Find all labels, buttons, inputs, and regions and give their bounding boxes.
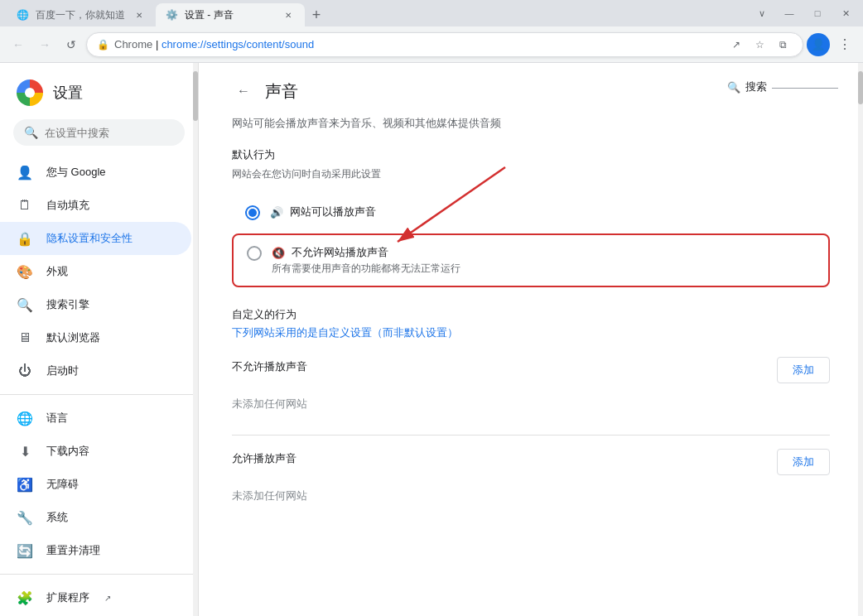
add-allow-sound-button[interactable]: 添加 bbox=[777, 449, 830, 475]
radio-content-allow: 🔊 网站可以播放声音 bbox=[270, 205, 817, 219]
settings-search-input[interactable] bbox=[45, 127, 184, 139]
new-tab-button[interactable]: + bbox=[305, 3, 328, 26]
sidebar-item-appearance[interactable]: 🎨 外观 bbox=[0, 255, 191, 288]
right-search-label: 搜索 bbox=[745, 79, 767, 94]
tab-close-1[interactable]: ✕ bbox=[133, 8, 146, 22]
accessibility-icon: ♿ bbox=[17, 477, 33, 493]
system-icon: 🔧 bbox=[17, 510, 33, 526]
custom-behavior-title: 自定义的行为 bbox=[232, 307, 830, 322]
sidebar-item-search[interactable]: 🔍 搜索引擎 bbox=[0, 288, 191, 321]
radio-option-allow[interactable]: 🔊 网站可以播放声音 bbox=[232, 195, 830, 230]
back-button[interactable]: ← bbox=[7, 33, 30, 56]
sidebar-item-language[interactable]: 🌐 语言 bbox=[0, 402, 191, 435]
sidebar-label-system: 系统 bbox=[46, 510, 68, 525]
radio-circle-allow bbox=[245, 205, 260, 220]
sidebar-item-autofill[interactable]: 🗒 自动填充 bbox=[0, 189, 191, 222]
block-sound-empty: 未添加任何网站 bbox=[232, 390, 830, 418]
tab-dropdown-icon[interactable]: ∨ bbox=[759, 8, 765, 19]
browser-icon: 🖥 bbox=[17, 330, 33, 345]
reset-icon: 🔄 bbox=[17, 543, 33, 559]
sound-off-icon: 🔇 bbox=[272, 247, 285, 259]
tab-baidu[interactable]: 🌐 百度一下，你就知道 ✕ bbox=[7, 3, 156, 26]
allow-sound-title: 允许播放声音 bbox=[232, 451, 297, 466]
autofill-icon: 🗒 bbox=[17, 198, 33, 213]
sidebar-label-downloads: 下载内容 bbox=[46, 444, 89, 459]
downloads-icon: ⬇ bbox=[17, 444, 33, 460]
sidebar-item-reset[interactable]: 🔄 重置并清理 bbox=[0, 534, 191, 567]
sidebar-label-startup: 启动时 bbox=[46, 363, 79, 378]
chrome-menu-button[interactable]: ⋮ bbox=[833, 33, 856, 56]
chrome-logo bbox=[17, 79, 43, 106]
sidebar-item-system[interactable]: 🔧 系统 bbox=[0, 501, 191, 534]
sidebar-divider bbox=[0, 394, 198, 395]
allow-sound-empty: 未添加任何网站 bbox=[232, 482, 830, 510]
sidebar-item-extensions[interactable]: 🧩 扩展程序 ↗ bbox=[0, 581, 191, 614]
language-icon: 🌐 bbox=[17, 411, 33, 426]
share-button[interactable]: ↗ bbox=[726, 35, 746, 55]
section-separator bbox=[232, 435, 830, 436]
tab-label-1: 百度一下，你就知道 bbox=[36, 8, 125, 22]
tab-close-2[interactable]: ✕ bbox=[282, 8, 295, 22]
back-arrow-icon: ← bbox=[237, 84, 250, 99]
minimize-button[interactable]: — bbox=[779, 6, 800, 21]
block-sound-title: 不允许播放声音 bbox=[232, 359, 307, 374]
main-scroll-thumb bbox=[858, 71, 863, 104]
allow-sound-header: 允许播放声音 添加 bbox=[232, 449, 830, 475]
split-button[interactable]: ⧉ bbox=[773, 35, 793, 55]
sidebar-item-accessibility[interactable]: ♿ 无障碍 bbox=[0, 468, 191, 501]
sidebar-label-privacy: 隐私设置和安全性 bbox=[46, 231, 133, 246]
right-search: 🔍 搜索 bbox=[727, 79, 838, 94]
sidebar-item-privacy[interactable]: 🔒 隐私设置和安全性 bbox=[0, 222, 191, 255]
sidebar-item-startup[interactable]: ⏻ 启动时 bbox=[0, 354, 191, 387]
add-block-sound-button[interactable]: 添加 bbox=[777, 357, 830, 383]
tab-label-2: 设置 - 声音 bbox=[185, 8, 234, 22]
sidebar-label-extensions: 扩展程序 bbox=[46, 590, 89, 605]
custom-behavior-link[interactable]: 下列网站采用的是自定义设置（而非默认设置） bbox=[232, 325, 458, 340]
sidebar-label-autofill: 自动填充 bbox=[46, 198, 89, 213]
chrome-content: 设置 🔍 👤 您与 Google 🗒 自动填充 🔒 隐私设置和安全性 🎨 外观 … bbox=[0, 63, 863, 616]
page-description: 网站可能会播放声音来为音乐、视频和其他媒体提供音频 bbox=[232, 116, 830, 131]
address-bar[interactable]: 🔒 Chrome | chrome://settings/content/sou… bbox=[86, 32, 803, 57]
titlebar: 🌐 百度一下，你就知道 ✕ ⚙️ 设置 - 声音 ✕ + ∨ — □ ✕ bbox=[0, 0, 863, 26]
settings-search-bar[interactable]: 🔍 bbox=[13, 119, 185, 146]
maximize-button[interactable]: □ bbox=[807, 6, 828, 21]
reload-button[interactable]: ↺ bbox=[60, 33, 83, 56]
settings-header: 设置 bbox=[0, 70, 198, 119]
sidebar-label-reset: 重置并清理 bbox=[46, 543, 100, 558]
bookmark-button[interactable]: ☆ bbox=[750, 35, 769, 55]
appearance-icon: 🎨 bbox=[17, 264, 33, 280]
extensions-icon: 🧩 bbox=[17, 590, 33, 606]
radio-option-block[interactable]: 🔇 不允许网站播放声音 所有需要使用声音的功能都将无法正常运行 bbox=[232, 233, 830, 287]
back-arrow-button[interactable]: ← bbox=[232, 79, 255, 103]
tab-bar: 🌐 百度一下，你就知道 ✕ ⚙️ 设置 - 声音 ✕ + bbox=[7, 0, 328, 26]
sidebar-label-accessibility: 无障碍 bbox=[46, 477, 79, 492]
radio-content-block: 🔇 不允许网站播放声音 所有需要使用声音的功能都将无法正常运行 bbox=[272, 245, 815, 276]
sidebar-label-language: 语言 bbox=[46, 411, 68, 426]
sidebar-label-google: 您与 Google bbox=[46, 165, 106, 180]
tab-settings[interactable]: ⚙️ 设置 - 声音 ✕ bbox=[156, 3, 305, 26]
settings-title: 设置 bbox=[53, 83, 83, 103]
secure-icon: 🔒 bbox=[97, 39, 109, 51]
sound-on-icon: 🔊 bbox=[270, 206, 283, 219]
omnibar: ← → ↺ 🔒 Chrome | chrome://settings/conte… bbox=[0, 26, 863, 63]
profile-button[interactable]: 👤 bbox=[807, 33, 830, 56]
sidebar-item-google[interactable]: 👤 您与 Google bbox=[0, 156, 191, 189]
close-button[interactable]: ✕ bbox=[835, 6, 856, 21]
main-scrollbar[interactable] bbox=[858, 63, 863, 616]
sidebar-label-search: 搜索引擎 bbox=[46, 297, 89, 312]
tab-favicon-2: ⚙️ bbox=[166, 9, 178, 21]
search-engine-icon: 🔍 bbox=[17, 297, 33, 313]
address-actions: ↗ ☆ ⧉ bbox=[726, 35, 793, 55]
radio-label-block: 🔇 不允许网站播放声音 bbox=[272, 245, 815, 260]
forward-button[interactable]: → bbox=[33, 33, 56, 56]
privacy-icon: 🔒 bbox=[17, 231, 33, 247]
sidebar-scrollbar[interactable] bbox=[193, 63, 198, 616]
sidebar-item-downloads[interactable]: ⬇ 下载内容 bbox=[0, 435, 191, 468]
sidebar-item-browser[interactable]: 🖥 默认浏览器 bbox=[0, 321, 191, 354]
sidebar: 设置 🔍 👤 您与 Google 🗒 自动填充 🔒 隐私设置和安全性 🎨 外观 … bbox=[0, 63, 199, 616]
default-behavior-title: 默认行为 bbox=[232, 147, 830, 162]
radio-sublabel-block: 所有需要使用声音的功能都将无法正常运行 bbox=[272, 262, 815, 276]
profile-icon: 👤 bbox=[812, 38, 825, 51]
right-search-icon: 🔍 bbox=[727, 81, 740, 94]
radio-circle-block bbox=[247, 246, 262, 261]
